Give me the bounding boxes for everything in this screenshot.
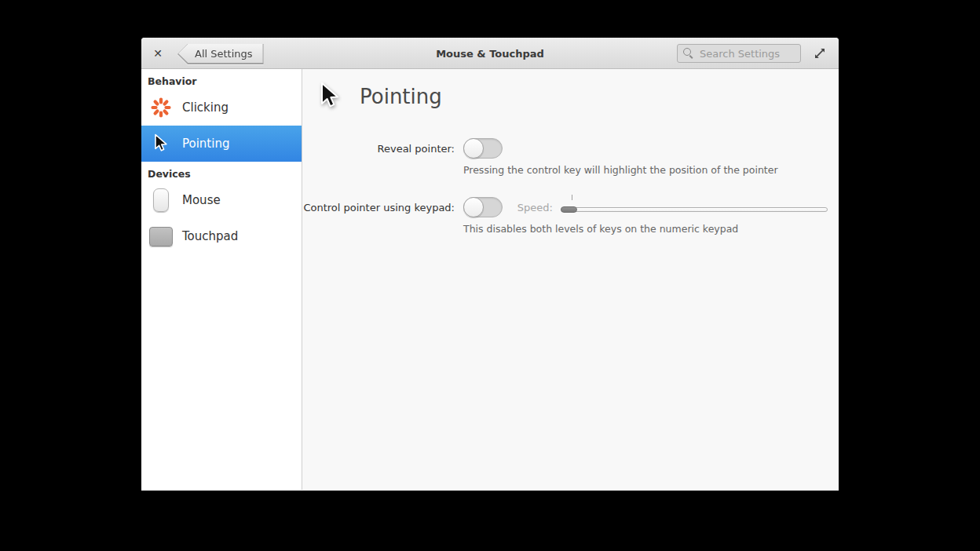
reveal-pointer-label: Reveal pointer: bbox=[302, 143, 455, 155]
slider-handle[interactable] bbox=[561, 206, 577, 213]
keypad-pointer-description: This disables both levels of keys on the… bbox=[463, 223, 738, 235]
back-button-border: All Settings bbox=[177, 44, 264, 64]
back-button-face: All Settings bbox=[178, 44, 263, 63]
sidebar-item-pointing[interactable]: Pointing bbox=[141, 126, 302, 162]
close-button[interactable]: ✕ bbox=[148, 38, 168, 69]
all-settings-back-button[interactable]: All Settings bbox=[177, 43, 264, 64]
sidebar-item-clicking[interactable]: Clicking bbox=[141, 89, 302, 126]
close-icon: ✕ bbox=[153, 47, 163, 60]
pointer-cursor-icon bbox=[148, 133, 173, 154]
headerbar: ✕ All Settings Mouse & Touchpad bbox=[141, 38, 839, 69]
toggle-knob bbox=[463, 197, 484, 217]
search-settings-box[interactable] bbox=[677, 44, 801, 63]
toggle-knob bbox=[463, 138, 484, 159]
pointer-cursor-large-icon bbox=[318, 81, 342, 112]
search-icon bbox=[683, 48, 691, 56]
sidebar-section-devices: Devices bbox=[141, 168, 302, 180]
sidebar-item-touchpad[interactable]: Touchpad bbox=[141, 218, 302, 254]
resize-diagonal-icon bbox=[814, 47, 826, 60]
keypad-pointer-label: Control pointer using keypad: bbox=[302, 202, 455, 213]
sidebar-item-label: Touchpad bbox=[182, 229, 238, 243]
slider-tick bbox=[572, 195, 572, 200]
sidebar-item-mouse[interactable]: Mouse bbox=[141, 182, 302, 218]
clicking-burst-icon bbox=[148, 96, 173, 119]
sidebar-section-behavior: Behavior bbox=[141, 75, 302, 87]
touchpad-icon bbox=[148, 227, 173, 246]
speed-label: Speed: bbox=[490, 202, 553, 213]
page-title-row: Pointing bbox=[318, 81, 442, 112]
mouse-icon bbox=[148, 188, 173, 212]
search-input[interactable] bbox=[700, 45, 799, 62]
sidebar: Behavior bbox=[141, 69, 302, 490]
sidebar-item-label: Clicking bbox=[182, 100, 229, 115]
reveal-pointer-description: Pressing the control key will highlight … bbox=[463, 164, 778, 176]
reveal-pointer-toggle[interactable] bbox=[463, 138, 503, 159]
pointing-panel: Pointing Reveal pointer: Pressing the co… bbox=[302, 69, 839, 490]
sidebar-item-label: Mouse bbox=[182, 193, 221, 207]
fullscreen-button[interactable] bbox=[807, 38, 832, 69]
slider-track[interactable] bbox=[561, 207, 828, 212]
sidebar-item-label: Pointing bbox=[182, 137, 229, 151]
page-title: Pointing bbox=[360, 85, 442, 108]
back-button-label: All Settings bbox=[195, 48, 253, 60]
settings-window: ✕ All Settings Mouse & Touchpad Behavior bbox=[141, 38, 839, 491]
